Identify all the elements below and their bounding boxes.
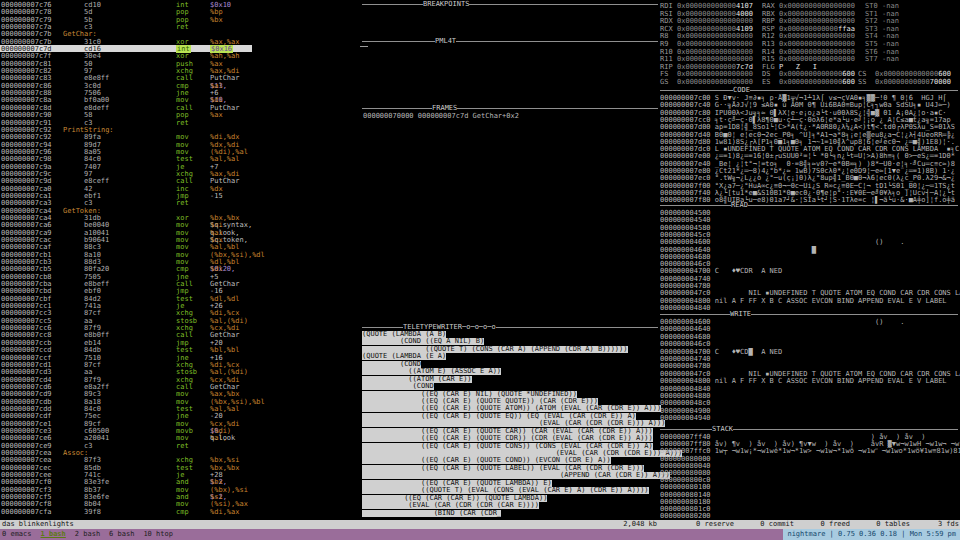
disasm-row: 000000007ccd84dbtest%bl,%bl [0,346,360,353]
disasm-row: 000000007c9de8ceffcallPutChar [0,177,360,184]
disasm-row: 000000007c7ac3ret [0,23,360,30]
disasm-row: 000000007cb18a10mov(%bx,%si),%dl [0,251,360,258]
disasm-row: 000000007c7f30e4xor%ah,%ah [0,52,360,59]
disasm-row: 000000007cd6e8a2ffcallGetChar [0,383,360,390]
disasm-row: 000000007c7b31c0xor%ax,%ax [0,38,360,45]
code-section-header: CODE [660,87,958,94]
register-name: GS [660,78,677,86]
disasm-row: 000000007caf88c3mov%al,%bl [0,243,360,250]
disasm-row: 000000007ca1ebf1jmp-15 [0,192,360,199]
disasm-row: 000000007ccbeb14jmp+20 [0,339,360,346]
disasm-row: 000000007cea87f3xchg%bx,%si [0,456,360,463]
read-title: READ [731,202,748,209]
memory-content [711,512,715,520]
stat-tables: 0 tables [850,520,910,529]
disasm-row: 000000007cdb8a18mov(%bx,%si),%bl [0,398,360,405]
disasm-row: 000000007c887506jne+6 [0,89,360,96]
tmux-status-bar: 0 emacs1 bash2 bash6 bash10 htop nightma… [0,529,960,540]
disasm-label-row: 000000007c92PrintString: [0,126,360,133]
disasm-row: 000000007ce3c60500movb$0,(%di) [0,427,360,434]
tmux-window-6-bash[interactable]: 6 bash [109,530,134,538]
teletype-text: (BIND (CAR (CDR [362,510,497,517]
disasm-row: 000000007cf083e3feand$-2,%bx [0,478,360,485]
tmux-window-10-htop[interactable]: 10 htop [143,530,173,538]
disasm-row: 000000007c7dcd16int$0x16 [0,45,252,52]
disasm-row: 000000007ce189cfmov%cx,%di [0,420,360,427]
disasm-row: 000000007c8297xchg%ax,%di [0,67,360,74]
frames-title: FRAMES [432,105,457,112]
teletype-line: (BIND (CAR (CDR_ [362,510,682,517]
disasm-row: 000000007c863c0dcmp$13,%al [0,82,360,89]
memory-stats: 2,048 kb0 reserve0 commit0 freed0 tables… [491,520,959,529]
instruction-bytes: 39f8 [84,508,101,516]
disasm-row: 000000007cfa39f8cmp%di,%ax [0,508,360,515]
disasm-row: 000000007c83e8e8ffcallPutChar [0,74,360,81]
memory-address: 000000080200 [660,512,711,520]
teletype-text: (EVAL (CAR (CDR (CDR (CAR E)))) [362,502,539,509]
teletype-text: (COND [362,383,434,390]
write-section-header: WRITE [660,311,958,318]
disasm-row: 000000007cd3aastosb%al,(%di) [0,368,360,375]
register: GS0x0000000000000000 [660,78,753,86]
disasm-row: 000000007ce6a20041mov%al,q.look [0,434,360,441]
disasm-row: 000000007ca9a10041movq.look,%ax [0,229,360,236]
disasm-row: 000000007cec85dbtest%bx,%bx [0,464,360,471]
register: ES0x0000000000000600 [762,78,855,86]
operand-register: %di,%ax [210,508,240,516]
tmux-host-load-clock: nightmare | 0.75 0.36 0.18 | Mon 5:59 pm [783,529,960,540]
disasm-row: 000000007c9c97xchg%ax,%di [0,170,360,177]
register-name: SS [858,78,875,86]
disasm-row: 000000007cf38b37mov(%bx),%si [0,486,360,493]
disasm-row: 000000007cc8e8b0ffcallGetChar [0,331,360,338]
register: SS0x0000000000070000 [858,78,951,86]
disasm-row: 000000007ca6be0040mov$q.syntax,%si [0,221,360,228]
current-line-tick [360,46,368,47]
disasm-row: 000000007ccf7510jne+16 [0,354,360,361]
disasm-row: 000000007cb87505jne+5 [0,273,360,280]
stack-section-header: STACK [660,426,958,433]
disasm-row: 000000007c9a7407je+7 [0,163,360,170]
write-title: WRITE [730,311,751,318]
disasm-row: 000000007c8de8deffcallPutChar [0,104,360,111]
teletypewriter-pane[interactable]: (QUOTE (LAMBDA (A B) (COND ((EQ A NIL) B… [362,331,682,517]
pml4t-title: PML4T [435,38,456,45]
stack-title: STACK [712,426,733,433]
disasm-row: 000000007cf88b04mov(%si),%ax [0,500,360,507]
disasm-row: 000000007cc5aastosb%al,(%di) [0,317,360,324]
disasm-row: 000000007cb580fa20cmp$0x20,%dl [0,265,360,272]
stat-reserve: 0 reserve [657,520,734,529]
disasm-label-row: 000000007ceaAssoc: [0,449,360,456]
register-value: -nan [882,55,899,63]
disasm-row: 000000007cbf84d2test%dl,%dl [0,295,360,302]
stat-fds: 3 fds [910,520,959,529]
disasm-row: 000000007c8150push%ax [0,60,360,67]
disasm-row: 000000007cbdebf0jmp-16 [0,287,360,294]
disasm-row: 000000007cc387cfxchg%di,%cx [0,309,360,316]
frame-entry[interactable]: 000000070000 000000007c7d GetChar+0x2 [363,112,519,120]
disasm-row: 000000007c9058pop%ax [0,111,360,118]
disasm-label-row: 000000007ca4GetToken: [0,207,360,214]
disasm-row: 000000007cc687f9xchg%cx,%di [0,324,360,331]
register-name: ST7 [865,55,882,63]
instruction-address: 000000007cfa [1,508,52,516]
app-title: das blinkenlights [2,520,74,529]
disassembly-pane[interactable]: 000000007c76cd10int$0x10000000007c785dpo… [0,1,360,515]
disasm-row: 000000007c785dpop%bp [0,8,360,15]
tmux-window-1-bash[interactable]: 1 bash [41,530,66,538]
teletype-cursor: _ [497,510,501,517]
disasm-row: 000000007c8abf0a00mov$10,%di [0,96,360,103]
stat-freed: 0 freed [794,520,850,529]
tmux-window-2-bash[interactable]: 2 bash [75,530,100,538]
disasm-row: 000000007c795bpop%bx [0,16,360,23]
tmux-window-0-emacs[interactable]: 0 emacs [2,530,32,538]
status-bar: das blinkenlights 2,048 kb0 reserve0 com… [0,520,960,529]
pml4t-section-header: PML4T [362,38,658,45]
disasm-row: 000000007cdf75ecjne-20 [0,412,360,419]
stack-row: 000000080200 [660,512,960,520]
frames-section-header: FRAMES [362,105,658,112]
disasm-row: 000000007c76cd10int$0x10 [0,1,360,8]
breakpoints-section-header: BREAKPOINTS [362,1,658,8]
register: ST7-nan [865,55,899,63]
disasm-row: 000000007cc1741aje+26 [0,302,360,309]
memory-content [711,414,715,422]
